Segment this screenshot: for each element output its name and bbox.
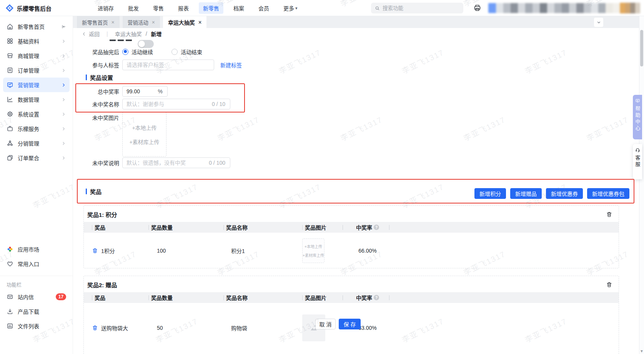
save-button[interactable]: 保 存 (339, 319, 361, 329)
share-network-icon (7, 140, 13, 147)
breadcrumb-parent[interactable]: 幸运大抽奖 (115, 30, 142, 38)
sidebar-item-order-aggregate[interactable]: 订单聚合 (3, 151, 70, 165)
percent-suffix: % (158, 88, 167, 94)
collapse-sidebar-icon[interactable] (61, 24, 66, 29)
add-coupon-pack-button[interactable]: 新增优惠券包 (587, 188, 629, 199)
delete-row-icon[interactable] (92, 325, 98, 331)
menu-archives[interactable]: 档案 (229, 2, 248, 14)
header-rate: 中奖率 ? (343, 292, 393, 303)
total-rate-label: 总中奖率 (73, 88, 119, 95)
sidebar-item-basic-data[interactable]: 基础资料 (3, 34, 70, 48)
file-chart-icon (7, 323, 13, 329)
add-coupon-button[interactable]: 新增优惠券 (546, 188, 583, 199)
sidebar-item-distribution[interactable]: 分销管理 (3, 136, 70, 151)
menu-wholesale[interactable]: 批发 (124, 2, 143, 14)
no-win-name-label: 未中奖名称 (73, 100, 119, 108)
blurred-account-info (488, 3, 620, 13)
tab-list-chevron-icon[interactable] (594, 18, 603, 27)
customer-service-tab[interactable]: 客服 (633, 144, 642, 179)
section-bar (86, 189, 87, 194)
upload-library-button[interactable]: +素材库上传 (303, 252, 324, 258)
tab-new-retail-home[interactable]: 新零售首页 × (77, 16, 120, 28)
scroll-down-icon[interactable]: ▼ (639, 349, 644, 353)
top-navbar: 乐檬零售后台 进销存 批发 零售 报表 新零售 档案 会员 更多▾ (0, 0, 644, 16)
blurred-avatar[interactable] (620, 3, 640, 13)
add-points-button[interactable]: 新增积分 (474, 188, 506, 199)
sidebar-item-product-download[interactable]: 产品下载 (3, 304, 70, 319)
prizes-section-title: 奖品 (86, 187, 102, 195)
sidebar-item-mall[interactable]: 商城管理 (3, 48, 70, 63)
printer-icon[interactable] (473, 4, 481, 12)
sidebar-item-file-list[interactable]: 文件列表 (3, 319, 70, 333)
prize-table-header: 奖品 奖品数量 奖品名称 奖品图片 中奖率 ? (84, 222, 619, 233)
radio-activity-end[interactable]: 活动结束 (171, 48, 202, 56)
header-prize: 奖品 (92, 292, 148, 303)
participant-tag-input[interactable] (122, 60, 214, 70)
back-button[interactable]: 返回 (89, 30, 100, 38)
header-image: 奖品图片 (302, 292, 343, 303)
delete-card-icon[interactable] (606, 281, 612, 288)
stack-icon (7, 154, 13, 161)
sidebar-item-services[interactable]: 乐檬服务 (3, 121, 70, 136)
vertical-scrollbar: ▼ (639, 16, 644, 354)
sidebar-item-orders[interactable]: 订单管理 (3, 63, 70, 78)
chat-help-icon (635, 98, 640, 103)
sidebar-item-app-market[interactable]: 应用市场 (3, 242, 70, 256)
logo-diamond-icon (5, 4, 14, 12)
prize-card-title-row: 奖品1: 积分 (84, 206, 619, 222)
briefcase-icon (7, 125, 13, 132)
tab-marketing-activities[interactable]: 营销活动 × (123, 16, 160, 28)
upload-library-button[interactable]: +素材库上传 (129, 138, 159, 146)
rate-cell: 66.00% (343, 248, 393, 254)
delete-card-icon[interactable] (606, 211, 612, 218)
sidebar-item-marketing[interactable]: 营销管理 (3, 78, 70, 92)
sidebar-item-inbox[interactable]: 站内信 17 (3, 289, 70, 304)
cancel-button[interactable]: 取 消 (315, 319, 336, 329)
no-win-image-upload[interactable]: +本地上传 +素材库上传 (122, 112, 166, 157)
tab-lucky-draw[interactable]: 幸运大抽奖 × (163, 16, 206, 28)
menu-members[interactable]: 会员 (254, 2, 273, 14)
sidebar-item-home[interactable]: 新零售首页 (3, 19, 70, 34)
menu-new-retail[interactable]: 新零售 (199, 2, 223, 14)
chevron-left-icon[interactable] (82, 31, 87, 36)
new-tag-link[interactable]: 新建标签 (220, 61, 242, 69)
help-center-tab[interactable]: 帮助中心 (633, 95, 642, 139)
prize-add-buttons: 新增积分 新增赠品 新增优惠券 新增优惠券包 (474, 188, 629, 199)
total-rate-field: % (122, 86, 168, 97)
radio-activity-continue[interactable]: 活动继续 (122, 48, 153, 56)
sidebar-item-favorites[interactable]: 常用入口 (3, 256, 70, 271)
total-rate-input[interactable] (123, 88, 158, 94)
sidebar-item-settings[interactable]: 系统设置 (3, 107, 70, 121)
no-win-desc-field: 0 / 100 (122, 157, 230, 168)
no-win-image-label: 未中奖图片 (73, 114, 119, 121)
add-gift-button[interactable]: 新增赠品 (510, 188, 542, 199)
menu-more[interactable]: 更多▾ (279, 2, 302, 14)
tab-bar: 新零售首页 × 营销活动 × 幸运大抽奖 × (73, 16, 639, 28)
prize-image-upload[interactable]: +本地上传 +素材库上传 (302, 238, 324, 263)
search-input[interactable] (383, 5, 459, 11)
menu-reports[interactable]: 报表 (174, 2, 193, 14)
order-doc-icon (7, 67, 13, 74)
question-icon[interactable]: ? (374, 295, 379, 300)
upload-local-button[interactable]: +本地上传 (132, 124, 156, 131)
close-icon[interactable]: × (198, 20, 201, 25)
close-icon[interactable]: × (111, 20, 115, 25)
prize-card-1: 奖品1: 积分 奖品 奖品数量 奖品名称 奖品图片 中奖率 ? (83, 205, 619, 268)
close-icon[interactable]: × (152, 20, 155, 25)
menu-inventory[interactable]: 进销存 (93, 2, 118, 14)
sidebar-item-data[interactable]: 数据管理 (3, 92, 70, 107)
scrollbar-thumb[interactable] (640, 30, 643, 66)
question-icon[interactable]: ? (374, 225, 379, 230)
sidebar-bottom: 应用市场 常用入口 功能栏 站内信 17 产品下载 文件列表 (0, 242, 73, 333)
chevron-right-icon (61, 53, 66, 58)
upload-local-button[interactable]: +本地上传 (305, 243, 322, 249)
menu-retail[interactable]: 零售 (149, 2, 168, 14)
toggle-switch[interactable] (138, 40, 154, 48)
grid-icon (7, 38, 13, 45)
qty-cell: 50 (148, 325, 223, 331)
gear-icon (7, 111, 13, 117)
prize-card-title: 奖品1: 积分 (87, 210, 117, 218)
section-bar (86, 74, 87, 80)
delete-row-icon[interactable] (92, 248, 98, 254)
chevron-right-icon (61, 126, 66, 131)
